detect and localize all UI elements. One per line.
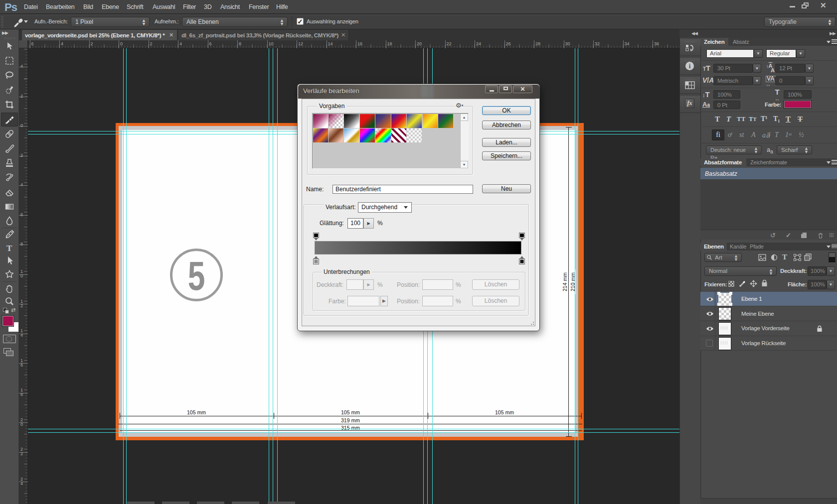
svg-text:T: T (6, 244, 12, 253)
